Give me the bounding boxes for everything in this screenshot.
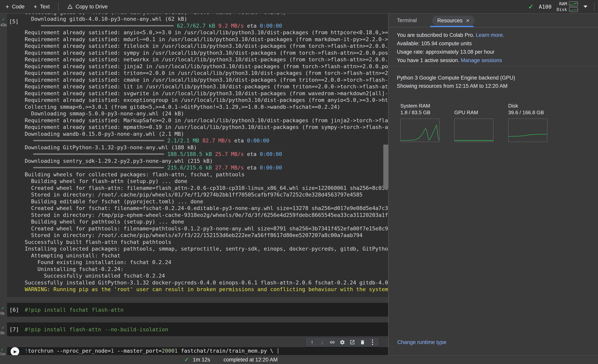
trash-icon: [360, 340, 365, 345]
output-line: Created wheel for fschat: filename=fscha…: [25, 205, 388, 212]
gpu-type-label: A100: [539, 4, 552, 10]
drive-icon: [67, 4, 73, 9]
code-cell-6[interactable]: [6] #!pip install fschat flash-attn: [7, 303, 388, 316]
run-cell-button[interactable]: ▶: [11, 347, 19, 355]
cell-settings-button[interactable]: [338, 338, 347, 346]
output-warning-line: WARNING: Running pip as the 'root' user …: [25, 286, 388, 293]
cell6-code-editor[interactable]: #!pip install fschat flash-attn: [25, 303, 386, 316]
runtime-menu-caret-icon[interactable]: [583, 6, 587, 8]
toolbar-divider: [594, 3, 594, 11]
chart-value: 39.6 / 166.8 GB: [508, 109, 548, 116]
cell7-execution-count[interactable]: [7]: [9, 326, 19, 332]
chart-title: System RAM: [400, 103, 440, 109]
cell6-runtime-label: 0s: [0, 311, 5, 315]
gear-icon: [340, 340, 345, 345]
code-cell-8[interactable]: !torchrun --nproc_per_node=1 --master_po…: [7, 347, 388, 355]
cell7-code-editor[interactable]: #!pip install flash-attn --no-build-isol…: [25, 323, 386, 336]
output-line: Found existing installation: fschat 0.2.…: [25, 259, 388, 266]
add-text-button[interactable]: + Text: [33, 4, 50, 10]
cell5-success-check-icon: ✓: [2, 16, 5, 22]
cell8-code-editor[interactable]: !torchrun --nproc_per_node=1 --master_po…: [25, 347, 386, 355]
chart-value: 1.8 / 83.5 GB: [400, 109, 440, 116]
output-line: Downloading smmap-5.0.0-py3-none-any.whl…: [25, 110, 388, 117]
resources-panel: Terminal Resources × You are subscribed …: [389, 14, 598, 355]
output-line: Requirement already satisfied: exception…: [25, 97, 388, 104]
progress-bar: [33, 167, 164, 168]
delete-cell-button[interactable]: [358, 338, 367, 346]
execution-status-text: completed at 12:20 AM: [224, 357, 278, 363]
learn-more-link[interactable]: Learn more.: [476, 32, 505, 38]
output-line: Attempting uninstall: fschat: [25, 252, 388, 259]
output-line: Building wheels for collected packages: …: [25, 171, 388, 178]
add-text-label: Text: [40, 4, 50, 10]
manage-sessions-link[interactable]: Manage sessions: [461, 57, 502, 63]
subscription-info: You are subscribed to Colab Pro. Learn m…: [397, 31, 504, 65]
tab-terminal[interactable]: Terminal: [397, 14, 417, 27]
output-line: Building wheel for flash-attn (setup.py)…: [25, 178, 388, 185]
sessions-line: You have 1 active session. Manage sessio…: [397, 56, 504, 65]
panel-divider: [389, 66, 598, 66]
output-line: Building wheel for pathtools (setup.py) …: [25, 218, 388, 225]
ram-sparkline: [569, 1, 578, 6]
output-line: Collecting smmap<6,>=3.0.1 (from gitdb<5…: [25, 104, 388, 111]
add-code-label: Code: [12, 4, 25, 10]
resources-time-range: Showing resources from 12:15 AM to 12:20…: [397, 82, 515, 90]
output-line: Requirement already satisfied: lit in /u…: [25, 83, 388, 90]
runtime-connected-check-icon: ✓: [528, 3, 534, 11]
chart-plot-area: [400, 119, 440, 142]
output-line: Requirement already satisfied: jinja2 in…: [25, 63, 388, 70]
link-to-cell-button[interactable]: [328, 338, 337, 346]
plus-icon: +: [33, 4, 37, 10]
close-tab-icon[interactable]: ×: [466, 18, 470, 24]
output-line: Requirement already satisfied: networkx …: [25, 56, 388, 63]
cell6-execution-count[interactable]: [6]: [9, 307, 19, 313]
execution-duration: 1m 12s: [193, 357, 210, 363]
resource-chart-disk: Disk39.6 / 166.8 GB: [508, 101, 548, 142]
cell5-output-text: Collecting gitdb<5,>=4.0.1 (from GitPyth…: [25, 14, 388, 297]
copy-to-drive-button[interactable]: Copy to Drive: [67, 4, 108, 10]
progress-bar: [41, 25, 174, 26]
notebook-pane: Collecting gitdb<5,>=4.0.1 (from GitPyth…: [0, 14, 389, 355]
toolbar-right-group: ✓ A100 RAM Disk: [528, 1, 598, 12]
link-icon: [330, 340, 335, 345]
toolbar-left-group: + Code + Text Copy to Drive: [0, 3, 108, 11]
cell8-runtime-label: 1m: [0, 352, 6, 355]
move-cell-down-button[interactable]: ↓: [318, 338, 326, 346]
open-in-tab-button[interactable]: [348, 338, 357, 346]
more-cell-actions-button[interactable]: [368, 338, 377, 346]
kebab-icon: [372, 340, 373, 345]
output-line: Requirement already satisfied: svgwrite …: [25, 90, 388, 97]
backend-info: Python 3 Google Compute Engine backend (…: [397, 74, 515, 90]
output-line: Stored in directory: /root/.cache/pip/wh…: [25, 191, 388, 198]
backend-title: Python 3 Google Compute Engine backend (…: [397, 74, 515, 82]
usage-rate-line: Usage rate: approximately 13.08 per hour: [397, 48, 504, 56]
status-check-icon: ✓: [184, 356, 189, 363]
output-scrollbar-thumb[interactable]: [383, 145, 388, 189]
subscription-line: You are subscribed to Colab Pro. Learn m…: [397, 31, 504, 39]
code-cell-7[interactable]: [7] #!pip install flash-attn --no-build-…: [7, 323, 388, 336]
cell5-execution-count[interactable]: [5]: [9, 18, 19, 24]
resource-chart-gpu-ram: GPU RAM: [454, 101, 493, 142]
output-line: Created wheel for pathtools: filename=pa…: [25, 225, 388, 232]
output-line: 215.6/215.6 kB 27.7 MB/s eta 0:00:00: [25, 164, 388, 171]
play-icon: ▶: [14, 349, 17, 354]
copy-to-drive-label: Copy to Drive: [75, 4, 108, 10]
change-runtime-type-link[interactable]: Change runtime type: [397, 339, 447, 345]
notebook-toolbar: + Code + Text Copy to Drive ✓ A100 RAM D…: [0, 0, 598, 14]
cell-actions-toolbar: ↑ ↓: [306, 338, 379, 347]
tab-resources[interactable]: Resources ×: [432, 16, 475, 25]
move-cell-up-button[interactable]: ↑: [308, 338, 316, 346]
output-line: Successfully built flash-attn fschat pat…: [25, 239, 388, 246]
output-line: 2.1/2.1 MB 82.7 MB/s eta 0:00:00: [25, 137, 388, 144]
add-code-button[interactable]: + Code: [6, 4, 25, 10]
progress-bar: [33, 140, 164, 141]
cell5-runtime-label: 43s: [0, 23, 7, 27]
disk-label: Disk: [557, 7, 567, 12]
output-line: Building editable for fschat (pyproject.…: [25, 198, 388, 205]
resource-chart-system-ram: System RAM1.8 / 83.5 GB: [400, 101, 440, 142]
disk-sparkline: [569, 7, 578, 12]
available-units-line: Available: 105.94 compute units: [397, 39, 504, 48]
tab-resources-label: Resources: [437, 18, 463, 24]
toolbar-divider: [58, 3, 59, 11]
ram-disk-usage-widget[interactable]: RAM Disk: [557, 1, 578, 12]
